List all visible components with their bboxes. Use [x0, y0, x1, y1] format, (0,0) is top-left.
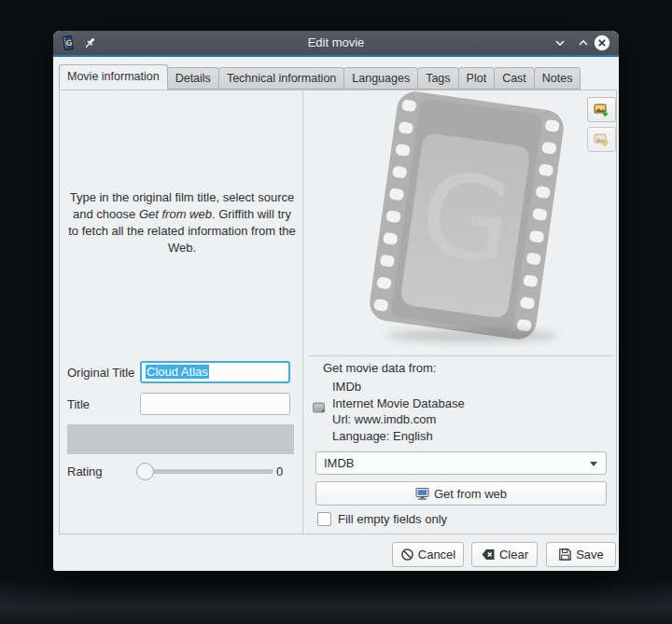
tab-tags[interactable]: Tags	[417, 67, 458, 90]
chevron-down-icon	[590, 462, 597, 466]
source-select[interactable]: IMDB	[315, 451, 607, 475]
cancel-icon	[400, 548, 414, 562]
right-panel-separator	[308, 355, 613, 356]
source-info-block: IMDb Internet Movie Database Url: www.im…	[332, 379, 603, 444]
add-image-icon	[594, 102, 609, 118]
clear-label: Clear	[499, 548, 528, 562]
original-title-label: Original Title	[67, 366, 134, 380]
save-button[interactable]: Save	[546, 542, 616, 567]
source-select-value: IMDB	[324, 456, 355, 470]
tab-movie-information[interactable]: Movie information	[59, 64, 168, 90]
get-from-web-label: Get from web	[434, 487, 507, 501]
rating-value: 0	[276, 465, 283, 478]
rating-slider[interactable]	[139, 469, 273, 474]
fill-empty-fields-label: Fill empty fields only	[338, 512, 447, 526]
chevron-down-icon[interactable]	[553, 36, 567, 49]
instruction-text: Type in the original film title, select …	[68, 189, 296, 257]
backspace-icon	[481, 548, 496, 562]
save-label: Save	[576, 548, 604, 562]
get-from-web-button[interactable]: Get from web	[315, 481, 607, 506]
desktop-background	[0, 581, 672, 624]
fill-empty-fields-row: Fill empty fields only	[317, 512, 447, 526]
window-title: Edit movie	[53, 31, 619, 55]
titlebar-accent-line	[53, 55, 619, 57]
selected-text: Cloud Atlas	[146, 365, 209, 379]
clear-image-button[interactable]	[587, 127, 616, 152]
tab-bar: Movie information Details Technical info…	[59, 64, 580, 90]
cancel-label: Cancel	[418, 548, 455, 562]
tab-plot[interactable]: Plot	[458, 67, 496, 90]
title-label: Title	[67, 397, 90, 411]
tab-cast[interactable]: Cast	[494, 67, 535, 90]
filmstrip-shadow	[386, 329, 558, 342]
title-input[interactable]	[140, 393, 290, 415]
tab-details[interactable]: Details	[167, 67, 219, 90]
source-description: Internet Movie Database	[332, 395, 603, 412]
clear-image-icon	[594, 132, 609, 147]
tab-technical-information[interactable]: Technical information	[218, 67, 344, 90]
original-title-input[interactable]: Cloud Atlas	[140, 361, 290, 383]
griffith-filmstrip-watermark: G	[357, 86, 575, 344]
source-header: Get movie data from:	[323, 361, 436, 375]
computer-icon	[415, 487, 430, 501]
source-language: Language: English	[332, 428, 603, 445]
save-icon	[558, 548, 572, 562]
source-url: Url: www.imdb.com	[332, 411, 603, 428]
panel-divider	[302, 90, 303, 534]
chevron-up-icon[interactable]	[577, 36, 590, 49]
fill-empty-fields-checkbox[interactable]	[317, 512, 331, 526]
rating-image-placeholder	[67, 424, 294, 454]
source-name: IMDb	[332, 379, 603, 395]
rating-slider-handle[interactable]	[136, 463, 154, 480]
rating-label: Rating	[67, 465, 103, 478]
movie-information-panel: Type in the original film title, select …	[59, 90, 617, 534]
source-page-icon	[312, 401, 327, 415]
clear-button[interactable]: Clear	[471, 542, 538, 567]
tab-languages[interactable]: Languages	[343, 67, 418, 90]
watermark-letter: G	[413, 146, 520, 291]
edit-movie-dialog: G Edit movie	[53, 31, 619, 571]
instruction-italic: Get from web	[139, 207, 212, 221]
close-icon[interactable]	[594, 35, 610, 51]
cancel-button[interactable]: Cancel	[392, 542, 464, 567]
add-image-button[interactable]	[587, 97, 616, 122]
titlebar[interactable]: G Edit movie	[53, 31, 619, 55]
tab-notes[interactable]: Notes	[534, 67, 581, 90]
